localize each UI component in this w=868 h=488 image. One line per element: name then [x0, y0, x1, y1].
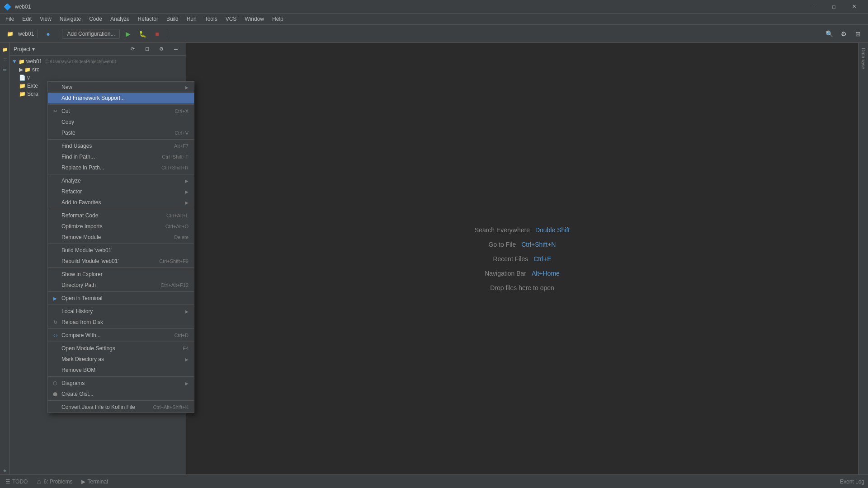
sidebar-icon-2[interactable]: ∷	[1, 55, 9, 63]
app-icon: 🔷	[4, 3, 11, 10]
ctx-reload-from-disk[interactable]: ↻ Reload from Disk	[48, 317, 194, 328]
tree-expand-icon: ▼	[12, 58, 17, 65]
menu-edit[interactable]: Edit	[19, 15, 35, 23]
tree-folder-icon: 📁	[19, 59, 25, 65]
ctx-analyze[interactable]: Analyze ▶	[48, 175, 194, 186]
ctx-diagrams[interactable]: ⬡ Diagrams ▶	[48, 378, 194, 389]
menu-analyze[interactable]: Analyze	[107, 15, 133, 23]
ctx-copy-label: Copy	[61, 119, 74, 125]
ctx-compare-with[interactable]: ⇔ Compare With... Ctrl+D	[48, 330, 194, 341]
ctx-build-module[interactable]: Build Module 'web01'	[48, 245, 194, 256]
ctx-optimize-imports[interactable]: Optimize Imports Ctrl+Alt+O	[48, 221, 194, 232]
menu-tools[interactable]: Tools	[201, 15, 221, 23]
ctx-convert-java[interactable]: Convert Java File to Kotlin File Ctrl+Al…	[48, 402, 194, 413]
close-button[interactable]: ✕	[844, 0, 864, 14]
menu-build[interactable]: Build	[163, 15, 182, 23]
ctx-new[interactable]: New ▶	[48, 82, 194, 93]
tree-root-label: web01	[26, 58, 42, 65]
tab-terminal[interactable]: ▶ Terminal	[80, 479, 109, 485]
ctx-cut[interactable]: ✂ Cut Ctrl+X	[48, 106, 194, 117]
ctx-open-in-terminal[interactable]: ▶ Open in Terminal	[48, 293, 194, 304]
ctx-analyze-icon	[52, 177, 59, 184]
ctx-find-in-path[interactable]: Find in Path... Ctrl+Shift+F	[48, 151, 194, 162]
ctx-add-to-favorites-icon	[52, 199, 59, 206]
project-settings-icon[interactable]: ⚙	[155, 43, 168, 56]
ctx-optimize-imports-icon	[52, 223, 59, 230]
ctx-create-gist[interactable]: ⬤ Create Gist...	[48, 389, 194, 399]
stop-button[interactable]: ■	[151, 28, 163, 40]
ctx-remove-bom[interactable]: Remove BOM	[48, 365, 194, 375]
tree-scra-icon: 📁	[19, 91, 26, 97]
ctx-refactor[interactable]: Refactor ▶	[48, 186, 194, 197]
database-label[interactable]: Database	[860, 45, 867, 72]
ctx-reformat-code-icon	[52, 212, 59, 219]
ctx-paste-label: Paste	[61, 130, 75, 136]
menu-vcs[interactable]: VCS	[222, 15, 241, 23]
tab-problems[interactable]: ⚠ 6: Problems	[35, 479, 74, 485]
ctx-sep-12	[48, 400, 194, 401]
menu-code[interactable]: Code	[85, 15, 106, 23]
ctx-mark-directory-as[interactable]: Mark Directory as ▶	[48, 354, 194, 365]
ctx-add-framework[interactable]: Add Framework Support...	[48, 93, 194, 103]
debug-button[interactable]: 🐛	[136, 28, 149, 40]
sidebar-icon-4[interactable]: ★	[1, 466, 9, 474]
search-everywhere-key: Double Shift	[535, 226, 570, 234]
ctx-copy[interactable]: Copy	[48, 117, 194, 127]
toolbar-btn-1[interactable]: ●	[42, 28, 54, 40]
project-collapse-icon[interactable]: ⊟	[141, 43, 153, 56]
menu-window[interactable]: Window	[241, 15, 268, 23]
ctx-find-usages[interactable]: Find Usages Alt+F7	[48, 141, 194, 151]
shortcut-row-go-to-file: Go to File Ctrl+Shift+N	[489, 241, 556, 248]
ctx-new-label: New	[61, 84, 72, 90]
ctx-local-history[interactable]: Local History ▶	[48, 306, 194, 317]
ctx-directory-path-icon	[52, 282, 59, 289]
tree-src[interactable]: ▶ 📁 src	[10, 66, 186, 74]
ctx-directory-path-shortcut: Ctrl+Alt+F12	[160, 282, 189, 288]
toolbar-layout[interactable]: ⊞	[852, 28, 864, 40]
project-close-icon[interactable]: ─	[170, 43, 182, 56]
ctx-replace-in-path[interactable]: Replace in Path... Ctrl+Shift+R	[48, 162, 194, 173]
run-button[interactable]: ▶	[122, 28, 134, 40]
ctx-reformat-code[interactable]: Reformat Code Ctrl+Alt+L	[48, 210, 194, 221]
menu-file[interactable]: File	[2, 15, 18, 23]
menu-bar: File Edit View Navigate Code Analyze Ref…	[0, 14, 868, 25]
sidebar-icon-3[interactable]: ☰	[1, 65, 9, 73]
maximize-button[interactable]: □	[824, 0, 844, 14]
menu-refactor[interactable]: Refactor	[134, 15, 162, 23]
ctx-show-in-explorer[interactable]: Show in Explorer	[48, 269, 194, 280]
tree-v[interactable]: 📄 v	[10, 74, 186, 82]
tab-todo[interactable]: ☰ TODO	[4, 479, 29, 485]
menu-run[interactable]: Run	[183, 15, 200, 23]
ctx-find-usages-icon	[52, 142, 59, 150]
minimize-button[interactable]: ─	[803, 0, 824, 14]
menu-help[interactable]: Help	[269, 15, 287, 23]
toolbar-settings[interactable]: ⚙	[837, 28, 850, 40]
terminal-icon: ▶	[81, 479, 85, 485]
ctx-paste[interactable]: Paste Ctrl+V	[48, 127, 194, 138]
menu-view[interactable]: View	[36, 15, 55, 23]
tree-root-path: C:\Users\ysv18\IdeaProjects\web01	[45, 59, 117, 64]
ctx-remove-module[interactable]: Remove Module Delete	[48, 232, 194, 243]
sidebar-project-icon[interactable]: 📁	[1, 45, 9, 53]
project-sync-icon[interactable]: ⟳	[126, 43, 139, 56]
title-bar-left: 🔷 web01	[4, 3, 31, 10]
ctx-refactor-label: Refactor	[61, 188, 82, 195]
event-log-label[interactable]: Event Log	[840, 479, 864, 485]
ctx-paste-shortcut: Ctrl+V	[175, 130, 189, 136]
menu-navigate[interactable]: Navigate	[56, 15, 85, 23]
ctx-open-in-terminal-icon: ▶	[52, 295, 59, 302]
add-configuration-button[interactable]: Add Configuration...	[62, 29, 120, 39]
ctx-replace-in-path-icon	[52, 164, 59, 171]
ctx-create-gist-label: Create Gist...	[61, 391, 94, 397]
toolbar-search[interactable]: 🔍	[823, 28, 835, 40]
ctx-rebuild-module[interactable]: Rebuild Module 'web01' Ctrl+Shift+F9	[48, 256, 194, 267]
ctx-directory-path[interactable]: Directory Path Ctrl+Alt+F12	[48, 280, 194, 291]
ctx-open-module-settings[interactable]: Open Module Settings F4	[48, 343, 194, 354]
ctx-add-to-favorites[interactable]: Add to Favorites ▶	[48, 197, 194, 208]
ctx-remove-module-shortcut: Delete	[174, 235, 189, 240]
todo-label: TODO	[12, 479, 28, 485]
ctx-copy-icon	[52, 118, 59, 126]
tree-root[interactable]: ▼ 📁 web01 C:\Users\ysv18\IdeaProjects\we…	[10, 57, 186, 66]
ctx-new-icon	[52, 84, 59, 91]
ctx-find-usages-label: Find Usages	[61, 143, 92, 149]
